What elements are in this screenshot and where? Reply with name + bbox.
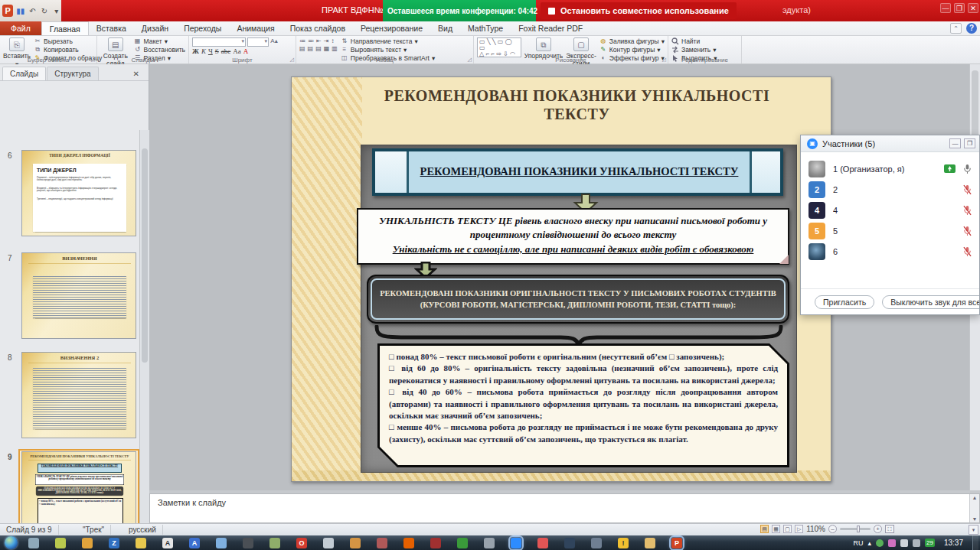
taskbar-app-icon[interactable] [430,538,441,548]
slide-thumbnail-7[interactable]: ВИЗНАЧЕННЯ [21,252,136,339]
panel-scrollbar-thumb[interactable] [142,148,148,363]
align-center-icon[interactable]: ▤ [308,45,314,52]
align-right-icon[interactable]: ▤ [315,45,322,52]
taskbar-app-icon[interactable] [28,538,39,548]
taskbar-app-icon[interactable] [484,538,495,548]
numbering-icon[interactable]: ≕ [308,37,314,44]
scrollbar-corner-icon[interactable]: ▾ [969,525,978,535]
slide-thumbnail-8[interactable]: ВИЗНАЧЕННЯ 2 [21,352,136,438]
tab-mathtype[interactable]: MathType [460,21,511,35]
tab-review[interactable]: Рецензирование [353,21,430,35]
zoom-slider-thumb[interactable] [857,526,860,532]
tab-transitions[interactable]: Переходы [176,21,229,35]
replace-button[interactable]: Заменить ▾ [671,46,717,54]
invite-button[interactable]: Пригласить [815,295,874,309]
zoom-level[interactable]: 110% [806,525,825,533]
mute-all-button[interactable]: Выключить звук для всех [882,295,980,309]
mic-muted-icon[interactable] [963,184,972,195]
slide-thumbnail-6[interactable]: ТИПИ ДЖЕРЕЛ ІНФОРМАЦІЇ ТИПИ ДЖЕРЕЛ Перви… [21,150,136,236]
stop-sharing-button[interactable]: Остановить совместное использование [541,2,737,19]
line-spacing-icon[interactable]: ↕ [331,37,334,44]
taskbar-app-icon[interactable] [377,538,387,548]
paste-button[interactable]: ⎘Вставить▾ [3,37,31,68]
notes-scrollbar[interactable]: ▲▼ [969,494,979,522]
tab-slideshow[interactable]: Показ слайдов [283,21,353,35]
taskbar-app-icon[interactable] [270,538,280,548]
taskbar-app-icon[interactable] [350,538,361,548]
minimize-ribbon-icon[interactable]: ⌃ [950,23,962,34]
find-button[interactable]: Найти [671,37,717,45]
bold-button[interactable]: Ж [192,47,199,55]
slide-canvas[interactable]: РЕКОМЕНДОВАНІ ПОКАЗНИКИ УНІКАЛЬНОСТІ ТЕК… [291,76,831,482]
panel-minimize-icon[interactable]: — [949,138,961,148]
taskbar-app-icon[interactable]: A [162,538,173,548]
grow-font-icon[interactable]: A▴ [270,37,278,45]
reset-button[interactable]: ↺Восстановить [134,46,185,54]
taskbar-app-icon[interactable] [216,538,227,548]
taskbar-app-icon[interactable] [136,538,146,548]
shadow-button[interactable]: S [215,47,219,55]
tab-design[interactable]: Дизайн [134,21,176,35]
tab-outline[interactable]: Структура [47,67,98,80]
taskbar-app-icon[interactable]: ! [618,538,629,548]
zoom-in-icon[interactable]: + [874,525,882,533]
tray-shield-icon[interactable] [876,539,884,547]
taskbar-zoom-icon-active[interactable] [511,538,521,548]
participant-row[interactable]: 6 [801,241,979,262]
criteria-box[interactable]: □ понад 80% – текст письмової роботи є о… [377,343,789,467]
slideshow-icon[interactable]: ▷ [795,525,803,533]
definition-box[interactable]: УНІКАЛЬНІСТЬ ТЕКСТУ ЦЕ рівень власного в… [357,208,789,265]
tray-expand-icon[interactable]: ▴ [868,539,872,547]
tab-slides[interactable]: Слайды [2,67,46,80]
mic-muted-icon[interactable] [963,246,972,257]
tray-network-icon[interactable] [913,539,920,547]
taskbar-app-icon[interactable]: O [296,538,307,548]
close-panel-icon[interactable]: ✕ [133,70,139,78]
text-direction-button[interactable]: ⇅Направление текста ▾ [341,37,435,45]
slide-sorter-icon[interactable]: ▦ [772,525,780,533]
layout-button[interactable]: ▦Макет ▾ [134,37,185,45]
shapes-gallery[interactable]: ▭ ╲ ╲ ▭ ◯ ▭△ ⌐ ⌐ ⇨ ⇩ ◠✧ ◠ ∿ { } ☆ [477,37,521,57]
cut-button[interactable]: ✂Вырезать [34,37,102,45]
mic-muted-icon[interactable] [963,226,972,236]
dialog-launcher-icon[interactable]: ◿ [290,57,294,63]
tab-insert[interactable]: Вставка [89,21,134,35]
dialog-launcher-icon[interactable]: ◿ [662,57,666,63]
indent-less-icon[interactable]: ⇤ [316,37,322,44]
taskbar-app-icon[interactable] [82,538,93,548]
clock[interactable]: 13:37 [939,539,968,547]
taskbar-app-icon[interactable] [537,538,548,548]
reading-view-icon[interactable]: ▢ [783,525,792,533]
participant-row[interactable]: 5 5 [801,220,979,241]
slide-title[interactable]: РЕКОМЕНДОВАНІ ПОКАЗНИКИ УНІКАЛЬНОСТІ ТЕК… [364,86,789,123]
qat-customize-icon[interactable]: ▾ [51,5,61,16]
participant-row[interactable]: 2 2 [801,179,979,200]
minimize-icon[interactable]: — [940,3,951,13]
undo-icon[interactable]: ↶ [28,5,38,16]
theme-name[interactable]: "Трек" [77,525,111,535]
strikethrough-button[interactable]: abc [221,47,231,55]
tab-animations[interactable]: Анимация [229,21,282,35]
header-box[interactable]: РЕКОМЕНДОВАНІ ПОКАЗНИКИ УНІКАЛЬНОСТІ ТЕК… [372,148,783,196]
zoom-slider[interactable] [840,528,871,530]
redo-icon[interactable]: ↻ [40,5,50,16]
panel-scrollbar[interactable] [139,130,149,550]
normal-view-icon[interactable]: ▤ [760,525,769,533]
fit-to-window-icon[interactable]: ⛶ [885,525,894,533]
tab-view[interactable]: Вид [430,21,460,35]
align-text-button[interactable]: ≡Выровнять текст ▾ [341,46,435,54]
indicator-box[interactable]: РЕКОМЕНДОВАНІ ПОКАЗНИКИ ОРИГІНАЛЬНОСТІ Т… [367,275,789,324]
scroll-down-icon[interactable]: ▼ [972,516,978,522]
keyboard-language[interactable]: RU [854,539,864,547]
taskbar-app-icon[interactable]: A [189,538,200,548]
shape-fill-button[interactable]: ◍Заливка фигуры ▾ [599,37,665,45]
taskbar-app-icon[interactable] [564,538,575,548]
zoom-out-icon[interactable]: – [828,525,837,533]
show-desktop-button[interactable] [972,535,978,550]
columns-icon[interactable]: ▥ [332,45,338,52]
panel-maximize-icon[interactable]: ❐ [964,138,975,148]
tray-pen-icon[interactable] [888,539,896,547]
tray-speaker-icon[interactable] [900,539,908,547]
indent-more-icon[interactable]: ⇥ [324,37,329,44]
scroll-up-icon[interactable]: ▲ [972,495,978,500]
